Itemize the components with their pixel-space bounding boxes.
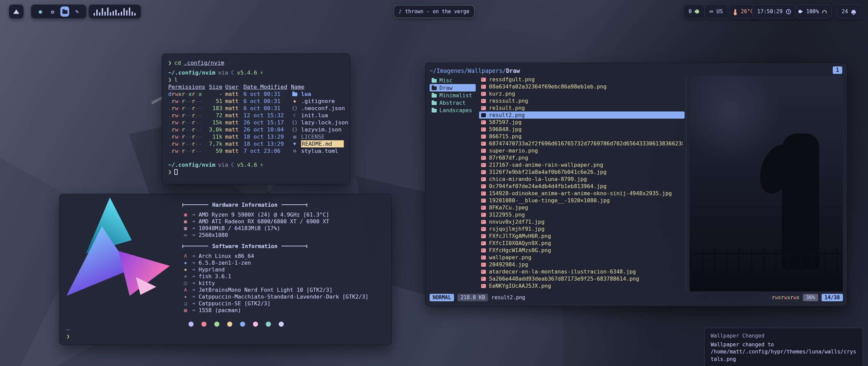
file-item[interactable]: 08a634fa02a32364f69ebc86a98eb1eb.png xyxy=(479,83,685,90)
launcher-icon xyxy=(13,9,19,14)
file-item[interactable]: 20492984.jpg xyxy=(479,261,685,268)
fetch-item-gpu: ▦➜AMD ATI Radeon RX 6800/6800 XT / 6900 … xyxy=(182,218,384,225)
mode-badge: NORMAL xyxy=(430,294,454,301)
music-player-module[interactable]: ♪ thrown - on the verge xyxy=(394,5,475,18)
image-file-icon xyxy=(481,99,486,103)
file-item[interactable]: 866715.png xyxy=(479,133,685,140)
prompt-input-line[interactable]: ❯ xyxy=(168,168,344,176)
palette-color xyxy=(189,322,194,327)
file-item[interactable]: 3122955.png xyxy=(479,211,685,218)
image-file-icon xyxy=(481,177,486,181)
file-item[interactable]: atardecer-en-la-montanas-ilustracion-634… xyxy=(479,268,685,275)
prompt-symbol: ❯ xyxy=(66,333,70,340)
file-item[interactable]: 596848.jpg xyxy=(479,126,685,133)
speaker-icon xyxy=(800,9,803,14)
image-file-icon xyxy=(481,270,486,274)
sidebar-item-draw[interactable]: Draw xyxy=(430,84,476,92)
file-item[interactable]: 154928-odinokoe_anime-art-anime-okno-sin… xyxy=(479,190,685,197)
keyboard-layout-module[interactable]: ⌨ US xyxy=(704,4,728,19)
visualizer-bar xyxy=(107,7,108,16)
updates-module[interactable]: 0 xyxy=(684,4,704,19)
icons-icon: ❏ xyxy=(182,301,189,306)
file-item[interactable]: 68747470733a2f2f696d616765732d7769786d70… xyxy=(479,140,685,147)
preview-image xyxy=(690,76,843,291)
prompt-context-line: ~/.config/nvimvia☾v5.4.6⚡ xyxy=(168,69,344,76)
home-path: ~ xyxy=(66,326,70,333)
fetch-terminal-window[interactable]: Hardware Information ▣➜AMD Ryzen 9 5900X… xyxy=(59,194,392,345)
circle-icon: ◉ xyxy=(39,8,42,15)
command-argument: .config/nvim xyxy=(184,60,224,66)
file-list: ressdfgult.png08a634fa02a32364f69ebc86a9… xyxy=(479,76,686,291)
lua-version: v5.4.6 xyxy=(237,69,257,76)
image-file-icon xyxy=(481,220,486,224)
clock-module[interactable]: 17:50:29 xyxy=(752,4,796,19)
image-file-icon xyxy=(481,163,486,167)
sidebar-item-misc[interactable]: Misc xyxy=(430,77,476,84)
file-item[interactable]: 8FKa7Cu.jpeg xyxy=(479,204,685,211)
file-manager-statusbar: NORMAL 218.8 KB result2.png -rwxrwxrwx 3… xyxy=(430,293,843,302)
file-row: .rw-r--r--11kmatt18 oct 13:29▤LICENSE xyxy=(168,133,344,140)
temperature-value: 26°C xyxy=(741,8,753,15)
current-directory: ~/.config/nvim xyxy=(168,162,215,168)
image-file-icon xyxy=(481,127,486,131)
workspace-button-3[interactable] xyxy=(60,6,69,17)
fetch-item-wm: ❖➜Hyprland xyxy=(182,266,384,273)
lua-icon: ☾ xyxy=(231,162,234,168)
terminal-file-rows: drwxr-xr-x-matt6 oct 00:31lua.rw-r--r--5… xyxy=(168,90,344,155)
file-item[interactable]: FXfcII0X0AQyn9X.png xyxy=(479,240,685,247)
prompt-symbol: ❯ xyxy=(168,60,172,66)
workspace-button-4[interactable]: ✎ xyxy=(73,6,81,17)
file-item[interactable]: wallpaper.png xyxy=(479,254,685,261)
lua-icon: ☾ xyxy=(231,69,234,76)
file-item[interactable]: resssult.png xyxy=(479,97,685,104)
fetch-prompt[interactable]: ~ ❯ xyxy=(66,326,70,340)
file-item[interactable]: FXfcHgcWIAMzs0G.png xyxy=(479,247,685,254)
file-item[interactable]: nnvuv0xj2df71.jpg xyxy=(479,218,685,225)
arrow-icon: ➜ xyxy=(192,253,195,259)
updates-leaf-icon xyxy=(694,9,700,15)
file-item[interactable]: chica-mirando-la-luna-8799.jpg xyxy=(479,176,685,183)
terminal-window[interactable]: ❯cd.config/nvim ~/.config/nvimvia☾v5.4.6… xyxy=(162,54,350,184)
pen-icon: ✎ xyxy=(75,8,79,15)
file-item[interactable]: 19201080-__blue-tinge__-1920×1080.jpg xyxy=(479,197,685,204)
folder-icon xyxy=(432,79,437,83)
file-item[interactable]: result2.png xyxy=(479,111,685,119)
file-manager-window[interactable]: ~/Imagenes/Wallpapers/Draw 1 MiscDrawMin… xyxy=(425,63,847,306)
sidebar-item-landscapes[interactable]: Landscapes xyxy=(430,106,476,114)
fetch-item-icons: ❏➜Catppuccin-SE [GTK2/3] xyxy=(182,300,384,307)
file-item[interactable]: EeNKYgIUcAAJ5JX.png xyxy=(479,282,685,289)
file-item[interactable]: FXfcJlTXgAMvH6R.png xyxy=(479,232,685,240)
file-item[interactable]: super-mario.png xyxy=(479,147,685,154)
file-item[interactable]: 217167-sad-anime-rain-wallpaper.png xyxy=(479,161,685,168)
file-item[interactable]: 3126f7e9bbf21a8a4af0b67b041c6e26.jpg xyxy=(479,168,685,176)
software-items: Λ➜Arch Linux x86_64◈➜6.5.8-zen1-1-zen❖➜H… xyxy=(182,252,384,313)
lua-icon: ☾ xyxy=(293,112,296,119)
notifications-module[interactable]: 24 xyxy=(836,4,861,19)
file-item[interactable]: 587597.jpg xyxy=(479,119,685,126)
volume-module[interactable]: 100% xyxy=(795,4,832,19)
file-item[interactable]: ressdfgult.png xyxy=(479,76,685,83)
file-table-header: PermissionsSizeUserDate ModifiedName xyxy=(168,83,344,90)
file-item[interactable]: rsjqojlmjhf91.jpg xyxy=(479,225,685,232)
image-file-icon xyxy=(481,256,486,260)
file-item[interactable]: 5a266e448add93deab367d87173e9f25-6837886… xyxy=(479,275,685,282)
workspace-button-2[interactable]: ✿ xyxy=(48,6,57,17)
hardware-header: Hardware Information xyxy=(182,201,307,208)
bell-icon xyxy=(851,10,856,14)
file-item[interactable]: 87r687df.png xyxy=(479,154,685,161)
notification-popup[interactable]: Wallpaper Changed Wallpaper changed to /… xyxy=(704,328,863,366)
file-item[interactable]: 0c794faf07de24a4db4d4fb1eb813964.jpg xyxy=(479,183,685,190)
visualizer-bar xyxy=(129,7,130,16)
folder-icon xyxy=(432,86,437,90)
sidebar-item-minimalist[interactable]: Minimalist xyxy=(430,92,476,99)
tab-badge[interactable]: 1 xyxy=(833,66,842,74)
visualizer-bar xyxy=(118,13,119,16)
visualizer-bar xyxy=(94,13,95,16)
launcher-button[interactable] xyxy=(9,4,24,19)
json-icon: {} xyxy=(292,126,298,133)
sidebar-item-abstract[interactable]: Abstract xyxy=(430,99,476,106)
file-item[interactable]: kurz.png xyxy=(479,90,685,97)
workspace-button-1[interactable]: ◉ xyxy=(36,6,45,17)
file-item[interactable]: re1sult.png xyxy=(479,104,685,111)
visualizer-bar xyxy=(121,12,122,16)
